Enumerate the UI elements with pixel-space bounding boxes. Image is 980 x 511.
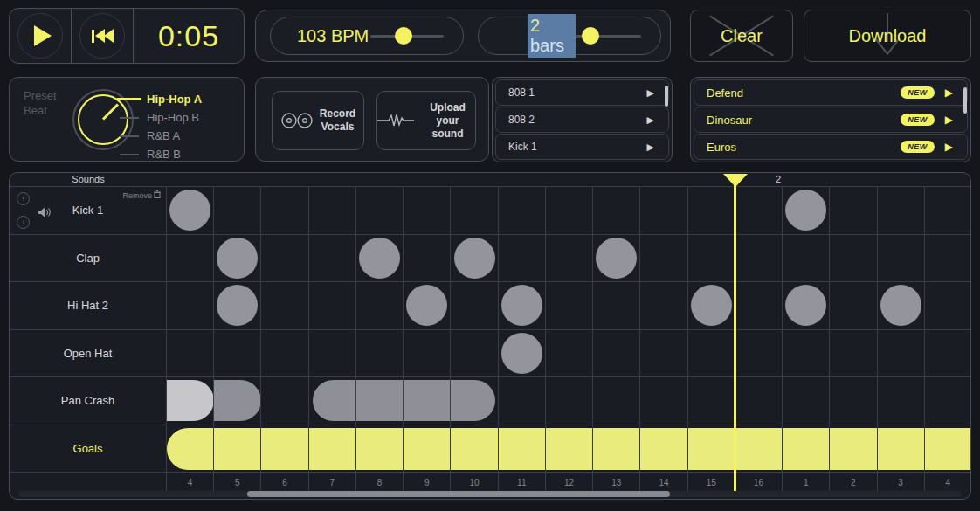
step-cell[interactable] [783,330,830,377]
step-cell[interactable] [783,425,830,473]
step-cell[interactable] [640,282,687,329]
horizontal-scrollbar-thumb[interactable] [247,491,670,497]
preset-option-hip-hop-b[interactable]: Hip-Hop B [120,108,242,127]
bpm-slider[interactable] [370,27,444,45]
step-cell[interactable] [878,330,925,377]
step-cell[interactable] [593,377,640,425]
step-cell[interactable] [830,235,877,282]
step-cell[interactable] [925,425,971,473]
step-cell[interactable] [783,377,830,425]
step-cell[interactable] [261,282,308,329]
step-cell[interactable] [688,425,735,473]
step-cell[interactable] [688,282,735,329]
step-cell[interactable] [309,187,356,234]
note-dot[interactable] [501,285,542,326]
step-cell[interactable] [404,425,451,473]
preset-option-r-b-a[interactable]: R&B A [120,127,242,145]
note-dot[interactable] [454,238,495,279]
row-up-button[interactable]: ↑ [17,192,30,205]
clear-button[interactable]: Clear [690,10,793,62]
step-cell[interactable] [167,377,214,425]
step-cell[interactable] [925,377,971,425]
step-cell[interactable] [546,377,593,425]
step-cell[interactable] [499,330,546,377]
record-vocals-button[interactable]: Record Vocals [272,91,364,150]
step-cell[interactable] [688,330,735,377]
step-cell[interactable] [593,330,640,377]
step-cell[interactable] [878,235,925,282]
play-triangle-icon[interactable]: ▶ [945,86,953,99]
step-cell[interactable] [261,330,308,377]
step-cell[interactable] [261,377,308,425]
step-cell[interactable] [499,425,546,473]
step-cell[interactable] [735,282,783,329]
note-dot[interactable] [785,285,826,326]
featured-row-euros[interactable]: EurosNEW▶ [694,134,968,160]
step-cell[interactable] [167,330,214,377]
step-cell[interactable] [499,282,546,329]
note-dot[interactable] [596,238,637,279]
horizontal-scrollbar-track[interactable] [18,491,962,497]
step-cell[interactable] [878,425,925,473]
step-cell[interactable] [593,282,640,329]
step-cell[interactable] [356,282,404,329]
step-cell[interactable] [546,235,593,282]
step-cell[interactable] [451,282,498,329]
play-triangle-icon[interactable]: ▶ [945,114,953,126]
step-cell[interactable] [925,187,971,234]
step-cell[interactable] [640,377,687,425]
play-button[interactable] [10,9,71,63]
step-cell[interactable] [735,330,783,377]
step-cell[interactable] [593,235,640,282]
step-cell[interactable] [735,377,783,425]
step-cell[interactable] [878,377,925,425]
step-cell[interactable] [451,425,498,473]
step-cell[interactable] [451,235,498,282]
step-cell[interactable] [878,282,925,329]
step-cell[interactable] [640,235,687,282]
step-cell[interactable] [261,235,308,282]
step-cell[interactable] [356,377,404,425]
step-cell[interactable] [499,377,546,425]
volume-icon[interactable] [38,205,52,221]
bars-slider-thumb[interactable] [582,27,599,45]
step-cell[interactable] [830,187,877,234]
step-cell[interactable] [167,425,214,473]
step-cell[interactable] [546,425,593,473]
step-cell[interactable] [451,330,498,377]
download-button[interactable]: Download [804,10,971,62]
bars-slider[interactable] [576,27,641,45]
sample-row-808-1[interactable]: 808 1▶ [495,79,669,106]
step-cell[interactable] [830,330,877,377]
note-dot[interactable] [217,238,258,279]
step-cell[interactable] [404,330,451,377]
step-cell[interactable] [878,187,925,234]
step-cell[interactable] [640,425,687,473]
step-cell[interactable] [214,425,261,473]
note-dot[interactable] [691,285,732,326]
step-cell[interactable] [499,187,546,234]
step-cell[interactable] [830,425,877,473]
sample-row-kick-1[interactable]: Kick 1▶ [495,134,669,160]
step-cell[interactable] [261,425,308,473]
step-cell[interactable] [309,282,356,329]
play-triangle-icon[interactable]: ▶ [945,141,953,153]
step-cell[interactable] [214,282,261,329]
step-cell[interactable] [783,187,830,234]
step-cell[interactable] [356,187,404,234]
step-cell[interactable] [546,330,593,377]
step-cell[interactable] [404,235,451,282]
step-cell[interactable] [830,377,877,425]
step-cell[interactable] [356,235,404,282]
note-dot[interactable] [359,238,400,279]
note-dot[interactable] [406,285,447,326]
step-cell[interactable] [404,187,451,234]
step-cell[interactable] [546,282,593,329]
step-cell[interactable] [735,235,783,282]
play-triangle-icon[interactable]: ▶ [647,87,654,99]
step-cell[interactable] [167,235,214,282]
bars-control[interactable]: 2 bars [478,17,661,55]
step-cell[interactable] [640,330,687,377]
step-cell[interactable] [451,187,498,234]
step-cell[interactable] [925,235,971,282]
